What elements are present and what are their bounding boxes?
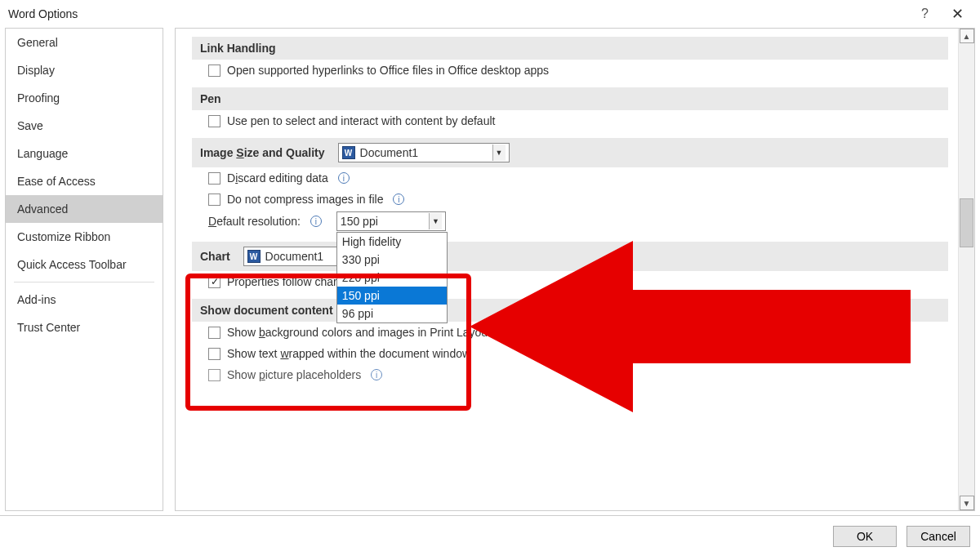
dialog-title: Word Options	[8, 7, 906, 20]
help-icon[interactable]: ?	[906, 7, 943, 21]
category-sidebar: General Display Proofing Save Language E…	[5, 28, 163, 511]
content-panel: Link Handling Open supported hyperlinks …	[175, 28, 975, 511]
label-no-compress: Do not compress images in file	[227, 193, 383, 206]
option-220-ppi[interactable]: 220 ppi	[337, 269, 447, 287]
option-discard-editing[interactable]: Discard editing data i	[192, 167, 948, 189]
section-pen: Pen	[192, 87, 948, 110]
main-area: General Display Proofing Save Language E…	[0, 28, 980, 511]
label-bg-colors: Show background colors and images in Pri…	[227, 326, 517, 339]
chart-document-value: Document1	[265, 250, 324, 263]
scroll-thumb[interactable]	[960, 198, 973, 247]
option-text-wrapped[interactable]: Show text wrapped within the document wi…	[192, 343, 948, 364]
checkbox-use-pen[interactable]	[208, 115, 220, 127]
section-show-document-content: Show document content	[192, 299, 948, 322]
sidebar-item-trust-center[interactable]: Trust Center	[6, 314, 163, 341]
info-icon[interactable]: i	[338, 172, 350, 184]
option-picture-placeholders[interactable]: Show picture placeholders i	[192, 364, 948, 385]
word-icon: W	[342, 146, 355, 159]
sidebar-item-customize-ribbon[interactable]: Customize Ribbon	[6, 223, 163, 251]
checkbox-picture-placeholders[interactable]	[208, 369, 220, 381]
sidebar-item-proofing[interactable]: Proofing	[6, 84, 163, 112]
option-open-hyperlinks[interactable]: Open supported hyperlinks to Office file…	[192, 60, 948, 81]
scroll-down-icon[interactable]: ▼	[960, 496, 974, 510]
section-image-size-quality: Image Size and Quality W Document1 ▼	[192, 138, 948, 167]
default-resolution-value: 150 ppi	[341, 215, 378, 228]
row-default-resolution: Default resolution: i 150 ppi ▼ High fid…	[192, 207, 948, 235]
section-image-title: Image Size and Quality	[200, 146, 325, 159]
label-picture-placeholders: Show picture placeholders	[227, 368, 361, 381]
sidebar-item-add-ins[interactable]: Add-ins	[6, 286, 163, 314]
content-scroll-area: Link Handling Open supported hyperlinks …	[176, 29, 956, 510]
checkbox-discard-editing[interactable]	[208, 172, 220, 185]
info-icon[interactable]: i	[310, 216, 322, 227]
option-properties-follow[interactable]: Properties follow chart data point	[192, 271, 948, 292]
checkbox-text-wrapped[interactable]	[208, 348, 220, 360]
checkbox-bg-colors[interactable]	[208, 327, 220, 339]
option-use-pen[interactable]: Use pen to select and interact with cont…	[192, 110, 948, 131]
info-icon[interactable]: i	[371, 369, 382, 380]
dialog-footer: OK Cancel	[0, 515, 980, 556]
chevron-down-icon[interactable]: ▼	[492, 145, 506, 161]
checkbox-properties-follow[interactable]	[208, 276, 220, 288]
label-text-wrapped: Show text wrapped within the document wi…	[227, 347, 470, 360]
section-chart: Chart W Document1 ▼	[192, 242, 948, 271]
cancel-button[interactable]: Cancel	[906, 526, 970, 547]
label-open-hyperlinks: Open supported hyperlinks to Office file…	[227, 64, 549, 77]
label-discard-editing: Discard editing data	[227, 171, 328, 185]
sidebar-item-advanced[interactable]: Advanced	[6, 195, 163, 223]
sidebar-separator	[14, 282, 154, 282]
label-default-resolution: Default resolution:	[208, 215, 301, 228]
option-high-fidelity[interactable]: High fidelity	[337, 233, 447, 251]
scroll-up-icon[interactable]: ▲	[960, 29, 974, 43]
option-no-compress[interactable]: Do not compress images in file i	[192, 189, 948, 207]
vertical-scrollbar[interactable]: ▲ ▼	[958, 29, 974, 510]
option-bg-colors[interactable]: Show background colors and images in Pri…	[192, 322, 948, 343]
title-bar: Word Options ? ✕	[0, 0, 980, 28]
sidebar-item-general[interactable]: General	[6, 29, 163, 56]
sidebar-item-quick-access-toolbar[interactable]: Quick Access Toolbar	[6, 251, 163, 278]
chevron-down-icon[interactable]: ▼	[429, 213, 442, 229]
label-use-pen: Use pen to select and interact with cont…	[227, 114, 495, 127]
option-150-ppi[interactable]: 150 ppi	[337, 287, 447, 305]
sidebar-item-ease-of-access[interactable]: Ease of Access	[6, 167, 163, 195]
sidebar-item-language[interactable]: Language	[6, 140, 163, 167]
close-icon[interactable]: ✕	[943, 5, 972, 23]
scroll-track[interactable]	[959, 43, 974, 496]
word-icon: W	[247, 250, 261, 263]
section-link-handling: Link Handling	[192, 37, 948, 60]
image-document-value: Document1	[360, 146, 419, 159]
checkbox-no-compress[interactable]	[208, 193, 220, 206]
image-document-dropdown[interactable]: W Document1 ▼	[338, 143, 510, 162]
option-96-ppi[interactable]: 96 ppi	[337, 305, 447, 322]
section-chart-title: Chart	[200, 250, 230, 263]
option-330-ppi[interactable]: 330 ppi	[337, 251, 447, 269]
checkbox-open-hyperlinks[interactable]	[208, 64, 220, 77]
default-resolution-dropdown[interactable]: 150 ppi ▼ High fidelity 330 ppi 220 ppi …	[336, 211, 446, 231]
info-icon[interactable]: i	[393, 193, 404, 205]
sidebar-item-save[interactable]: Save	[6, 112, 163, 140]
default-resolution-options: High fidelity 330 ppi 220 ppi 150 ppi 96…	[336, 232, 448, 323]
sidebar-item-display[interactable]: Display	[6, 56, 163, 84]
ok-button[interactable]: OK	[833, 526, 897, 547]
